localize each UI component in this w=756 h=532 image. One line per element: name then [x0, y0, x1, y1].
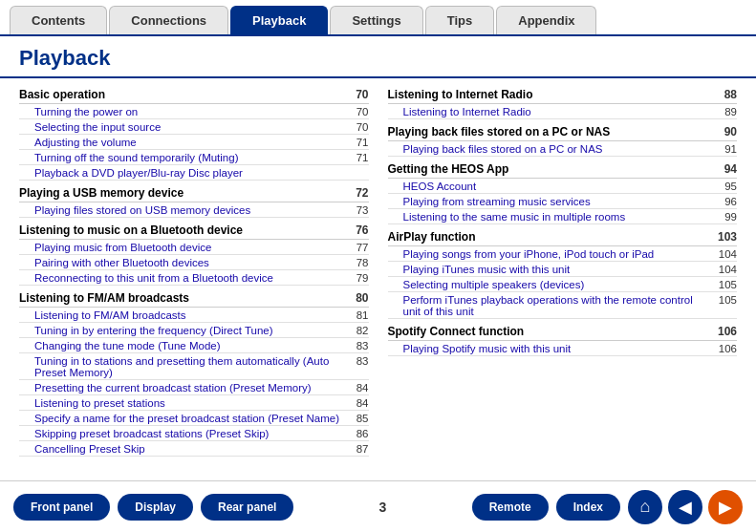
- toc-section-header: Playing a USB memory device72: [19, 184, 369, 202]
- bottom-btn-rear-panel[interactable]: Rear panel: [201, 494, 293, 521]
- toc-item-label: Reconnecting to this unit from a Bluetoo…: [34, 272, 342, 284]
- toc-item[interactable]: Turning off the sound temporarily (Mutin…: [19, 150, 369, 165]
- toc-item[interactable]: Playing back files stored on a PC or NAS…: [388, 141, 738, 157]
- page-title: Playback: [0, 36, 756, 78]
- toc-item-page: 71: [342, 137, 369, 148]
- toc-item[interactable]: Cancelling Preset Skip87: [19, 441, 369, 457]
- toc-item[interactable]: Playing from streaming music services96: [388, 194, 738, 209]
- toc-item-label: Listening to FM/AM broadcasts: [34, 309, 342, 321]
- toc-section-header: Listening to FM/AM broadcasts80: [19, 289, 369, 308]
- next-button[interactable]: ▶: [708, 490, 743, 524]
- toc-item[interactable]: Presetting the current broadcast station…: [19, 380, 369, 395]
- toc-section-page: 80: [342, 291, 369, 305]
- toc-item[interactable]: Adjusting the volume71: [19, 135, 369, 150]
- toc-section-label: Listening to music on a Bluetooth device: [19, 223, 342, 237]
- toc-item[interactable]: Perform iTunes playback operations with …: [388, 292, 738, 319]
- toc-item-page: 105: [710, 279, 737, 290]
- toc-item[interactable]: Selecting multiple speakers (devices)105: [388, 277, 738, 292]
- home-button[interactable]: ⌂: [628, 490, 662, 524]
- toc-item-label: Selecting multiple speakers (devices): [403, 279, 711, 290]
- toc-section-header: Listening to music on a Bluetooth device…: [19, 222, 369, 240]
- toc-item[interactable]: Skipping preset broadcast stations (Pres…: [19, 426, 369, 441]
- toc-item-label: Listening to Internet Radio: [403, 106, 711, 117]
- toc-item[interactable]: Tuning in by entering the frequency (Dir…: [19, 323, 369, 338]
- bottom-btn-index[interactable]: Index: [556, 494, 620, 521]
- toc-item-label: Tuning in to stations and presetting the…: [34, 355, 342, 378]
- toc-item-page: 83: [342, 340, 369, 351]
- toc-section-page: 76: [342, 223, 369, 237]
- toc-item[interactable]: Playing Spotify music with this unit106: [388, 341, 738, 356]
- toc-item-label: Turning the power on: [34, 106, 342, 117]
- toc-item-page: 106: [710, 343, 737, 354]
- toc-item-label: Tuning in by entering the frequency (Dir…: [34, 325, 342, 336]
- toc-section-header: Getting the HEOS App94: [388, 160, 738, 179]
- toc-item[interactable]: Playing files stored on USB memory devic…: [19, 202, 369, 218]
- prev-button[interactable]: ◀: [668, 490, 702, 524]
- toc-container: Basic operation70Turning the power on70S…: [0, 78, 756, 480]
- toc-item-label: Changing the tune mode (Tune Mode): [34, 340, 342, 351]
- toc-section-label: AirPlay function: [388, 230, 711, 244]
- toc-item-page: 96: [710, 196, 737, 207]
- toc-section-page: 70: [342, 88, 369, 101]
- toc-item-page: 99: [710, 211, 737, 223]
- toc-item[interactable]: Listening to preset stations84: [19, 395, 369, 411]
- toc-item-label: Specify a name for the preset broadcast …: [34, 413, 342, 424]
- toc-section-label: Basic operation: [19, 88, 342, 101]
- bottom-right-buttons: RemoteIndex: [472, 494, 620, 521]
- nav-tab-contents[interactable]: Contents: [10, 6, 107, 34]
- toc-section-header: Listening to Internet Radio88: [388, 86, 738, 104]
- main-content: Playback Basic operation70Turning the po…: [0, 36, 756, 480]
- bottom-btn-front-panel[interactable]: Front panel: [13, 494, 110, 521]
- page-number: 3: [379, 500, 387, 515]
- toc-item-label: Listening to the same music in multiple …: [403, 211, 711, 223]
- toc-item-label: Listening to preset stations: [34, 397, 342, 409]
- toc-item[interactable]: Tuning in to stations and presetting the…: [19, 353, 369, 380]
- toc-item[interactable]: Listening to Internet Radio89: [388, 104, 738, 119]
- toc-item-label: Selecting the input source: [34, 121, 342, 133]
- nav-tab-appendix[interactable]: Appendix: [496, 6, 596, 34]
- toc-item-page: 83: [342, 355, 369, 378]
- toc-item[interactable]: Turning the power on70: [19, 104, 369, 119]
- nav-tabs: ContentsConnectionsPlaybackSettingsTipsA…: [0, 0, 756, 36]
- toc-section-page: 88: [710, 88, 737, 101]
- toc-item[interactable]: Selecting the input source70: [19, 119, 369, 135]
- bottom-btn-remote[interactable]: Remote: [472, 494, 549, 521]
- toc-item[interactable]: Reconnecting to this unit from a Bluetoo…: [19, 270, 369, 286]
- toc-item-page: 105: [710, 294, 737, 317]
- toc-item-page: 87: [342, 443, 369, 455]
- toc-item[interactable]: Playing iTunes music with this unit104: [388, 262, 738, 277]
- toc-item[interactable]: Playback a DVD player/Blu-ray Disc playe…: [19, 165, 369, 181]
- toc-item-page: 73: [342, 204, 369, 216]
- nav-tab-tips[interactable]: Tips: [425, 6, 495, 34]
- toc-item[interactable]: Listening to the same music in multiple …: [388, 209, 738, 224]
- nav-icons: ⌂ ◀ ▶: [628, 490, 743, 524]
- toc-item[interactable]: HEOS Account95: [388, 179, 738, 194]
- toc-item[interactable]: Listening to FM/AM broadcasts81: [19, 308, 369, 323]
- toc-section-page: 106: [710, 325, 737, 338]
- toc-section-header: Playing back files stored on a PC or NAS…: [388, 123, 738, 141]
- toc-item-label: Turning off the sound temporarily (Mutin…: [34, 152, 342, 163]
- nav-tab-settings[interactable]: Settings: [330, 6, 422, 34]
- toc-section-label: Listening to Internet Radio: [388, 88, 711, 101]
- toc-section-header: AirPlay function103: [388, 228, 738, 246]
- bottom-btn-display[interactable]: Display: [118, 494, 193, 521]
- toc-item-page: 84: [342, 397, 369, 409]
- toc-item-page: 81: [342, 309, 369, 321]
- toc-item[interactable]: Changing the tune mode (Tune Mode)83: [19, 338, 369, 353]
- toc-item-label: Playing files stored on USB memory devic…: [34, 204, 342, 216]
- toc-item[interactable]: Pairing with other Bluetooth devices78: [19, 255, 369, 270]
- toc-item[interactable]: Playing music from Bluetooth device77: [19, 240, 369, 255]
- toc-item-page: 71: [342, 152, 369, 163]
- toc-item[interactable]: Playing songs from your iPhone, iPod tou…: [388, 246, 738, 262]
- toc-item-label: Adjusting the volume: [34, 137, 342, 148]
- nav-tab-connections[interactable]: Connections: [109, 6, 228, 34]
- toc-section-page: 72: [342, 186, 369, 200]
- toc-section-page: 103: [710, 230, 737, 244]
- toc-item[interactable]: Specify a name for the preset broadcast …: [19, 411, 369, 426]
- nav-tab-playback[interactable]: Playback: [230, 6, 328, 34]
- toc-item-page: 82: [342, 325, 369, 336]
- toc-item-page: 85: [342, 413, 369, 424]
- toc-item-page: 95: [710, 181, 737, 192]
- toc-item-page: 79: [342, 272, 369, 284]
- bottom-left-buttons: Front panelDisplayRear panel: [13, 494, 293, 521]
